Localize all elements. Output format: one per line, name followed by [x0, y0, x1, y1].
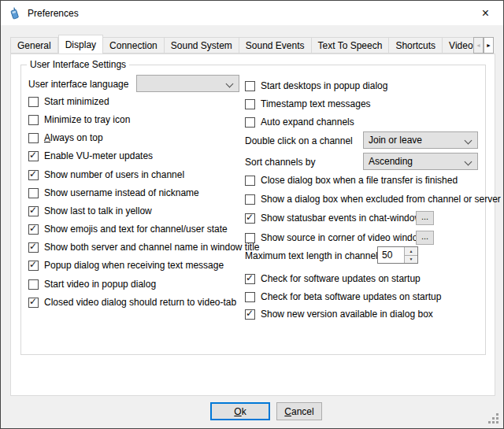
tab-scroll-left-icon: ◄ [473, 37, 484, 54]
tab-bar: General Display Connection Sound System … [10, 35, 473, 54]
tab-connection[interactable]: Connection [103, 37, 165, 54]
checkbox[interactable]: ✓ [245, 233, 255, 243]
checkbox-popup-text-message[interactable]: ✓ Popup dialog when receiving text messa… [28, 258, 224, 272]
checkbox-last-to-talk[interactable]: ✓ Show last to talk in yellow [28, 204, 152, 218]
checkbox-show-emojis[interactable]: ✓ Show emojis and text for channel/user … [28, 222, 228, 236]
checkbox-label: Show a dialog box when excluded from cha… [261, 194, 501, 205]
close-icon[interactable]: × [468, 1, 503, 25]
checkbox-show-username[interactable]: ✓ Show username instead of nickname [28, 186, 199, 200]
spin-down-icon[interactable]: ▼ [405, 256, 417, 264]
spinner-buttons: ▲ ▼ [404, 247, 417, 263]
check-icon: ✓ [29, 297, 37, 307]
checkbox-label: Show statusbar events in chat-window [261, 213, 421, 224]
double-click-combobox[interactable]: Join or leave [363, 131, 478, 149]
checkbox-check-updates[interactable]: ✓ Check for software updates on startup [245, 272, 421, 286]
tab-sound-system[interactable]: Sound System [165, 37, 239, 54]
checkbox-always-on-top[interactable]: ✓ Always on top [28, 131, 103, 145]
checkbox-label: Show number of users in channel [44, 169, 184, 180]
checkbox[interactable]: ✓ [245, 117, 255, 128]
checkbox[interactable]: ✓ [28, 151, 39, 161]
checkbox-label: Show new version available in dialog box [261, 309, 433, 320]
checkbox-label: Close dialog box when a file transfer is… [261, 175, 458, 186]
checkbox[interactable]: ✓ [28, 206, 39, 216]
tab-general[interactable]: General [10, 37, 58, 54]
checkbox-label: Check for software updates on startup [261, 273, 421, 284]
checkbox-label: Popup dialog when receiving text message [44, 260, 224, 271]
cancel-button[interactable]: Cancel [276, 402, 322, 420]
checkbox[interactable]: ✓ [245, 176, 255, 186]
checkbox[interactable]: ✓ [28, 261, 39, 271]
tab-scroll-right-icon[interactable]: ► [484, 37, 494, 54]
checkbox[interactable]: ✓ [245, 274, 255, 284]
titlebar: Preferences × [1, 1, 503, 25]
spinner-value[interactable]: 50 [378, 247, 404, 263]
checkbox-timestamp-messages[interactable]: ✓ Timestamp text messages [245, 97, 371, 111]
statusbar-events-browse-button[interactable]: ... [416, 211, 434, 225]
double-click-combobox-value: Join or leave [369, 135, 422, 146]
preferences-dialog: Preferences × General Display Connection… [0, 0, 504, 429]
sort-channels-combobox[interactable]: Ascending [363, 153, 478, 170]
check-icon: ✓ [246, 213, 254, 223]
check-icon: ✓ [29, 150, 37, 161]
app-icon [8, 7, 20, 20]
checkbox-label: Always on top [44, 132, 103, 143]
checkbox-label: Enable VU-meter updates [44, 150, 153, 161]
resize-grip[interactable] [488, 413, 499, 424]
tab-sound-events[interactable]: Sound Events [239, 37, 312, 54]
check-icon: ✓ [29, 224, 37, 234]
checkbox-closed-video-return[interactable]: ✓ Closed video dialog should return to v… [28, 295, 236, 309]
checkbox[interactable]: ✓ [28, 279, 39, 290]
checkbox-enable-vu-meter[interactable]: ✓ Enable VU-meter updates [28, 149, 153, 163]
tab-video[interactable]: Video [443, 37, 473, 54]
checkbox[interactable]: ✓ [245, 81, 255, 91]
checkbox-close-on-file-transfer[interactable]: ✓ Close dialog box when a file transfer … [245, 173, 458, 187]
checkbox[interactable]: ✓ [245, 292, 255, 302]
checkbox-label: Show username instead of nickname [44, 187, 199, 198]
checkbox-new-version-dialog[interactable]: ✓ Show new version available in dialog b… [245, 307, 433, 321]
checkbox[interactable]: ✓ [245, 309, 255, 320]
language-combobox[interactable] [136, 75, 239, 92]
max-text-length-label: Maximum text length in channel list [245, 249, 392, 263]
double-click-label: Double click on a channel [245, 134, 353, 148]
checkbox-minimize-to-tray[interactable]: ✓ Minimize to tray icon [28, 113, 130, 127]
tab-display[interactable]: Display [58, 35, 103, 54]
checkbox[interactable]: ✓ [245, 99, 255, 109]
checkbox[interactable]: ✓ [28, 188, 39, 198]
checkbox[interactable]: ✓ [28, 115, 39, 125]
checkbox[interactable]: ✓ [245, 194, 255, 205]
checkbox[interactable]: ✓ [28, 97, 39, 107]
checkbox[interactable]: ✓ [28, 298, 39, 308]
max-text-length-spinner[interactable]: 50 ▲ ▼ [377, 246, 418, 264]
checkbox-label: Show source in corner of video window [261, 232, 424, 243]
checkbox-start-minimized[interactable]: ✓ Start minimized [28, 94, 109, 109]
checkbox-statusbar-events[interactable]: ✓ Show statusbar events in chat-window [245, 211, 421, 225]
tab-shortcuts[interactable]: Shortcuts [389, 37, 443, 54]
checkbox-source-in-video-corner[interactable]: ✓ Show source in corner of video window [245, 231, 424, 245]
checkbox-label: Start video in popup dialog [44, 279, 156, 290]
checkbox-server-channel-title[interactable]: ✓ Show both server and channel name in w… [28, 240, 260, 254]
language-label: User interface language [28, 77, 128, 91]
video-source-browse-button[interactable]: ... [416, 231, 434, 245]
checkbox[interactable]: ✓ [245, 213, 255, 224]
window-title: Preferences [28, 8, 79, 19]
checkbox[interactable]: ✓ [28, 170, 39, 180]
spin-up-icon[interactable]: ▲ [405, 247, 417, 256]
checkbox[interactable]: ✓ [28, 224, 39, 235]
checkbox[interactable]: ✓ [28, 242, 39, 253]
checkbox-auto-expand-channels[interactable]: ✓ Auto expand channels [245, 115, 354, 129]
checkbox-video-popup[interactable]: ✓ Start video in popup dialog [28, 277, 156, 291]
checkbox-dialog-when-excluded[interactable]: ✓ Show a dialog box when excluded from c… [245, 192, 501, 206]
checkbox[interactable]: ✓ [28, 133, 39, 143]
sort-channels-combobox-value: Ascending [369, 156, 413, 167]
checkbox-label: Show last to talk in yellow [44, 205, 152, 216]
chevron-down-icon [465, 137, 472, 145]
tab-text-to-speech[interactable]: Text To Speech [312, 37, 390, 54]
checkbox-show-user-count[interactable]: ✓ Show number of users in channel [28, 168, 184, 182]
checkbox-start-desktops-popup[interactable]: ✓ Start desktops in popup dialog [245, 79, 387, 93]
ok-button[interactable]: Ok [210, 402, 270, 420]
check-icon: ✓ [29, 242, 37, 252]
checkbox-label: Minimize to tray icon [44, 114, 130, 125]
checkbox-check-beta-updates[interactable]: ✓ Check for beta software updates on sta… [245, 290, 441, 304]
check-icon: ✓ [29, 260, 37, 270]
chevron-down-icon [465, 158, 472, 166]
